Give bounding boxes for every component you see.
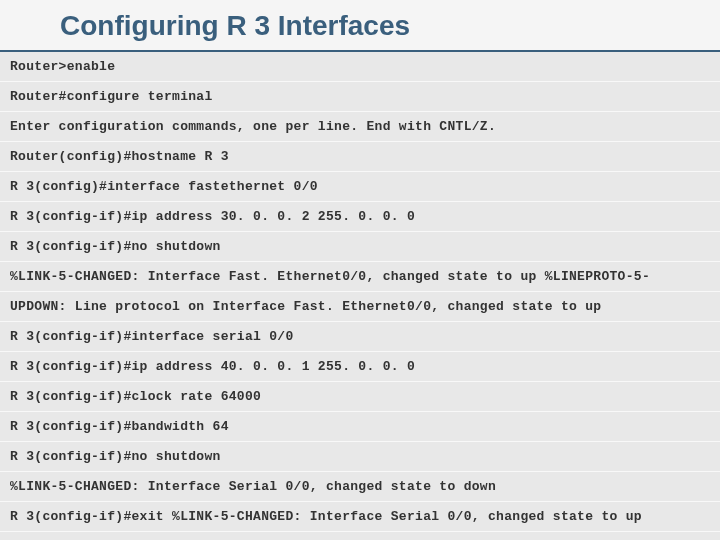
terminal-line: %LINEPROTO-5-UPDOWN: Line protocol on In…: [0, 532, 720, 540]
terminal-line: %LINK-5-CHANGED: Interface Fast. Etherne…: [0, 262, 720, 292]
terminal-line: R 3(config-if)#bandwidth 64: [0, 412, 720, 442]
terminal-line: R 3(config-if)#ip address 30. 0. 0. 2 25…: [0, 202, 720, 232]
terminal-line: UPDOWN: Line protocol on Interface Fast.…: [0, 292, 720, 322]
terminal-line: Router>enable: [0, 52, 720, 82]
terminal-line: R 3(config-if)#interface serial 0/0: [0, 322, 720, 352]
terminal-line: Router(config)#hostname R 3: [0, 142, 720, 172]
terminal-output: Router>enable Router#configure terminal …: [0, 52, 720, 540]
terminal-line: R 3(config-if)#ip address 40. 0. 0. 1 25…: [0, 352, 720, 382]
terminal-line: Enter configuration commands, one per li…: [0, 112, 720, 142]
terminal-line: %LINK-5-CHANGED: Interface Serial 0/0, c…: [0, 472, 720, 502]
terminal-line: R 3(config-if)#no shutdown: [0, 232, 720, 262]
terminal-line: R 3(config-if)#clock rate 64000: [0, 382, 720, 412]
page-title: Configuring R 3 Interfaces: [0, 0, 720, 52]
terminal-line: R 3(config-if)#exit %LINK-5-CHANGED: Int…: [0, 502, 720, 532]
terminal-line: R 3(config)#interface fastethernet 0/0: [0, 172, 720, 202]
terminal-line: R 3(config-if)#no shutdown: [0, 442, 720, 472]
terminal-line: Router#configure terminal: [0, 82, 720, 112]
